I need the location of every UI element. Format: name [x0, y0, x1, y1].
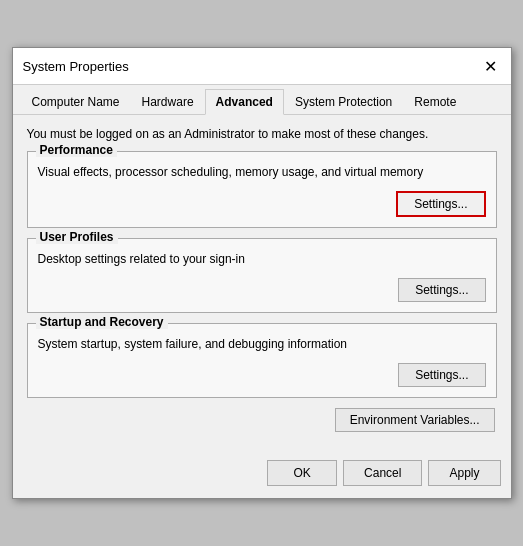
tab-hardware[interactable]: Hardware	[131, 89, 205, 115]
admin-info-text: You must be logged on as an Administrato…	[27, 127, 497, 141]
user-profiles-label: User Profiles	[36, 230, 118, 244]
startup-recovery-settings-button[interactable]: Settings...	[398, 363, 485, 387]
environment-variables-button[interactable]: Environment Variables...	[335, 408, 495, 432]
startup-recovery-description: System startup, system failure, and debu…	[38, 336, 486, 353]
ok-button[interactable]: OK	[267, 460, 337, 486]
tab-content-advanced: You must be logged on as an Administrato…	[13, 115, 511, 451]
window-title: System Properties	[23, 59, 129, 74]
system-properties-window: System Properties ✕ Computer Name Hardwa…	[12, 47, 512, 498]
performance-settings-button[interactable]: Settings...	[396, 191, 485, 217]
startup-recovery-label: Startup and Recovery	[36, 315, 168, 329]
close-button[interactable]: ✕	[481, 56, 501, 76]
cancel-button[interactable]: Cancel	[343, 460, 422, 486]
dialog-buttons: OK Cancel Apply	[13, 452, 511, 498]
tab-remote[interactable]: Remote	[403, 89, 467, 115]
user-profiles-description: Desktop settings related to your sign-in	[38, 251, 486, 268]
user-profiles-settings-button[interactable]: Settings...	[398, 278, 485, 302]
tab-system-protection[interactable]: System Protection	[284, 89, 403, 115]
performance-group: Performance Visual effects, processor sc…	[27, 151, 497, 228]
title-bar: System Properties ✕	[13, 48, 511, 85]
apply-button[interactable]: Apply	[428, 460, 500, 486]
user-profiles-group: User Profiles Desktop settings related t…	[27, 238, 497, 313]
startup-recovery-group: Startup and Recovery System startup, sys…	[27, 323, 497, 398]
tab-computer-name[interactable]: Computer Name	[21, 89, 131, 115]
env-variables-row: Environment Variables...	[27, 408, 497, 432]
performance-description: Visual effects, processor scheduling, me…	[38, 164, 486, 181]
tab-advanced[interactable]: Advanced	[205, 89, 284, 115]
performance-label: Performance	[36, 143, 117, 157]
tab-bar: Computer Name Hardware Advanced System P…	[13, 85, 511, 115]
